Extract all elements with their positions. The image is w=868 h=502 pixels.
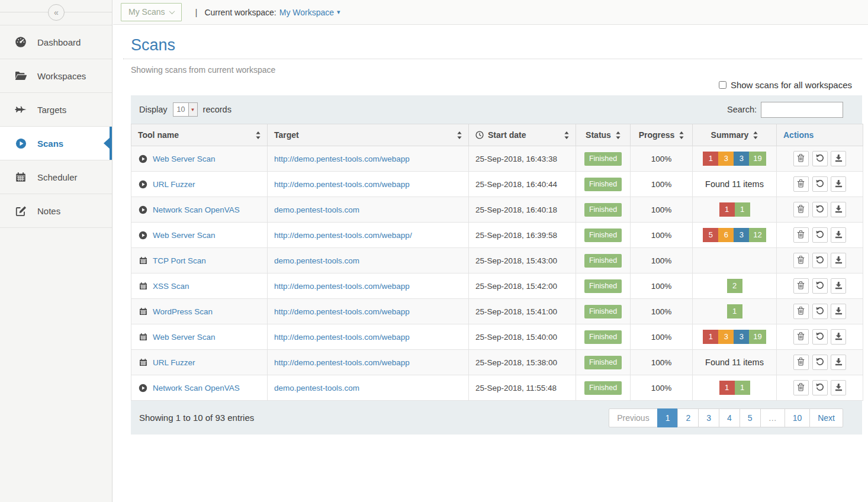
tool-name-link[interactable]: Web Server Scan xyxy=(153,333,216,342)
page-button-previous[interactable]: Previous xyxy=(609,408,657,427)
sidebar-item-dashboard[interactable]: Dashboard xyxy=(0,25,112,59)
sidebar-item-scheduler[interactable]: Scheduler xyxy=(0,160,112,194)
delete-scan-button[interactable] xyxy=(793,329,809,345)
tool-name-link[interactable]: URL Fuzzer xyxy=(153,180,195,189)
search-input[interactable] xyxy=(761,102,843,118)
trash-icon xyxy=(797,357,805,368)
target-link[interactable]: http://demo.pentest-tools.com/webapp xyxy=(274,180,410,189)
tool-name-link[interactable]: Network Scan OpenVAS xyxy=(153,205,240,214)
redo-icon xyxy=(816,281,824,291)
download-report-button[interactable] xyxy=(831,176,846,192)
delete-scan-button[interactable] xyxy=(793,151,809,166)
all-workspaces-checkbox[interactable] xyxy=(719,81,726,89)
restart-scan-button[interactable] xyxy=(812,227,828,243)
page-button-10[interactable]: 10 xyxy=(785,408,811,427)
sidebar-collapse-button[interactable]: « xyxy=(48,4,65,21)
tool-name-link[interactable]: XSS Scan xyxy=(153,282,189,291)
restart-scan-button[interactable] xyxy=(812,355,828,370)
calendar-icon xyxy=(139,307,147,316)
page-button-4[interactable]: 4 xyxy=(719,408,740,427)
fighter-jet-icon xyxy=(14,105,28,114)
current-workspace-label: Current workspace: xyxy=(204,8,276,17)
target-link[interactable]: demo.pentest-tools.com xyxy=(274,205,359,214)
download-report-button[interactable] xyxy=(831,304,846,319)
restart-scan-button[interactable] xyxy=(812,278,828,294)
folder-open-icon xyxy=(14,71,28,81)
target-link[interactable]: demo.pentest-tools.com xyxy=(274,256,359,265)
delete-scan-button[interactable] xyxy=(793,278,809,294)
summary-badge-blue: 3 xyxy=(734,330,749,344)
delete-scan-button[interactable] xyxy=(793,253,809,268)
delete-scan-button[interactable] xyxy=(793,380,809,395)
scans-table-panel: Display 10 ▼ records Search: xyxy=(131,95,862,435)
tool-name-link[interactable]: TCP Port Scan xyxy=(153,256,206,265)
tool-name-link[interactable]: Network Scan OpenVAS xyxy=(153,384,240,392)
download-report-button[interactable] xyxy=(831,151,846,166)
delete-scan-button[interactable] xyxy=(793,355,809,370)
tool-name-link[interactable]: URL Fuzzer xyxy=(153,358,195,367)
sidebar-item-workspaces[interactable]: Workspaces xyxy=(0,59,112,93)
all-workspaces-label[interactable]: Show scans for all workspaces xyxy=(731,80,852,90)
column-header-start-date[interactable]: Start date xyxy=(469,124,576,146)
restart-scan-button[interactable] xyxy=(812,176,828,192)
tool-name-link[interactable]: WordPress Scan xyxy=(153,307,213,316)
restart-scan-button[interactable] xyxy=(812,329,828,345)
select-arrow-icon: ▼ xyxy=(188,103,197,116)
page-button-1[interactable]: 1 xyxy=(657,408,679,427)
tool-name-link[interactable]: Web Server Scan xyxy=(153,155,216,163)
download-report-button[interactable] xyxy=(831,227,846,243)
table-row: Web Server Scan http://demo.pentest-tool… xyxy=(131,324,863,350)
tool-name-link[interactable]: Web Server Scan xyxy=(153,231,216,240)
page-button-5[interactable]: 5 xyxy=(740,408,761,427)
download-icon xyxy=(835,230,843,240)
my-scans-dropdown[interactable]: My Scans xyxy=(121,3,182,21)
start-date-value: 25-Sep-2018, 16:43:38 xyxy=(469,146,576,172)
download-report-button[interactable] xyxy=(831,278,846,294)
page-button-next[interactable]: Next xyxy=(809,408,843,427)
restart-scan-button[interactable] xyxy=(812,202,828,217)
column-header-tool-name[interactable]: Tool name xyxy=(131,124,268,146)
download-report-button[interactable] xyxy=(831,202,846,217)
play-circle-icon xyxy=(139,231,147,240)
redo-icon xyxy=(816,230,824,240)
delete-scan-button[interactable] xyxy=(793,304,809,319)
target-link[interactable]: demo.pentest-tools.com xyxy=(274,384,359,392)
summary-cell: Found 11 items xyxy=(693,172,777,197)
target-link[interactable]: http://demo.pentest-tools.com/webapp xyxy=(274,333,410,342)
status-badge: Finished xyxy=(584,178,622,191)
target-link[interactable]: http://demo.pentest-tools.com/webapp xyxy=(274,155,410,163)
sidebar-item-targets[interactable]: Targets xyxy=(0,93,112,127)
sidebar-item-notes[interactable]: Notes xyxy=(0,194,112,228)
download-report-button[interactable] xyxy=(831,329,846,345)
target-link[interactable]: http://demo.pentest-tools.com/webapp/ xyxy=(274,231,412,240)
caret-down-icon: ▾ xyxy=(337,8,340,16)
delete-scan-button[interactable] xyxy=(793,202,809,217)
sidebar-item-scans[interactable]: Scans xyxy=(0,127,112,160)
summary-badge-orange: 6 xyxy=(718,228,734,242)
divider xyxy=(123,59,862,59)
column-header-target[interactable]: Target xyxy=(268,124,469,146)
restart-scan-button[interactable] xyxy=(812,304,828,319)
download-report-button[interactable] xyxy=(831,253,846,268)
column-header-progress[interactable]: Progress xyxy=(631,124,693,146)
restart-scan-button[interactable] xyxy=(812,380,828,395)
sidebar-item-label: Workspaces xyxy=(37,71,86,81)
target-link[interactable]: http://demo.pentest-tools.com/webapp xyxy=(274,358,410,367)
workspace-selector[interactable]: My Workspace ▾ xyxy=(279,8,340,17)
column-header-summary[interactable]: Summary xyxy=(693,124,777,146)
trash-icon xyxy=(797,153,805,164)
page-button-3[interactable]: 3 xyxy=(698,408,719,427)
restart-scan-button[interactable] xyxy=(812,151,828,166)
restart-scan-button[interactable] xyxy=(812,253,828,268)
delete-scan-button[interactable] xyxy=(793,227,809,243)
target-link[interactable]: http://demo.pentest-tools.com/webapp xyxy=(274,282,410,291)
summary-text: Found 11 items xyxy=(705,358,764,367)
target-link[interactable]: http://demo.pentest-tools.com/webapp xyxy=(274,307,410,316)
download-icon xyxy=(835,179,843,189)
download-report-button[interactable] xyxy=(831,380,846,395)
column-header-status[interactable]: Status xyxy=(576,124,631,146)
download-report-button[interactable] xyxy=(831,355,846,370)
delete-scan-button[interactable] xyxy=(793,176,809,192)
records-per-page-select[interactable]: 10 ▼ xyxy=(173,102,198,117)
page-button-2[interactable]: 2 xyxy=(677,408,699,427)
